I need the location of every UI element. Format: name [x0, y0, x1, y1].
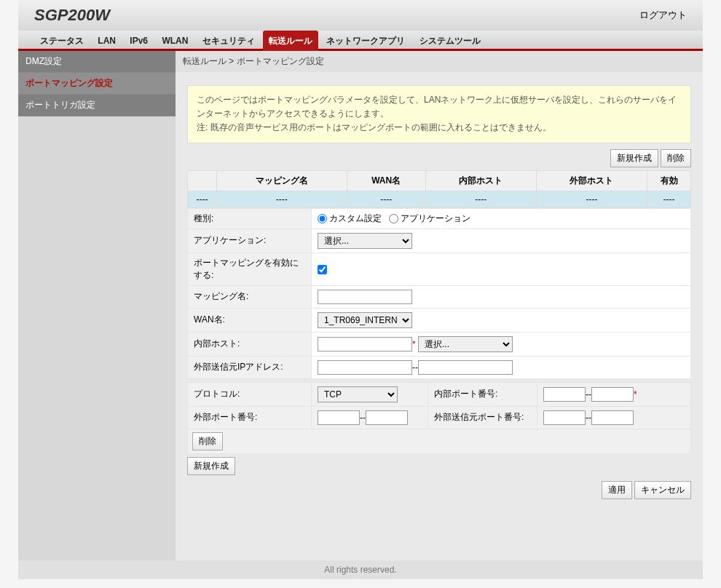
radio-app-label[interactable]: アプリケーション: [389, 213, 470, 223]
label-application: アプリケーション:: [188, 229, 312, 253]
col-external-host: 外部ホスト: [536, 170, 647, 191]
label-wan: WAN名:: [188, 308, 312, 332]
radio-custom[interactable]: [318, 214, 327, 223]
label-external-port: 外部ポート番号:: [188, 406, 312, 429]
logout-link[interactable]: ログアウト: [639, 9, 687, 22]
cancel-button[interactable]: キャンセル: [634, 481, 691, 499]
external-ip-from[interactable]: [318, 360, 412, 375]
delete-button[interactable]: 削除: [661, 149, 691, 167]
internal-host-input[interactable]: [318, 337, 412, 351]
wan-select[interactable]: 1_TR069_INTERNE: [318, 312, 412, 328]
nav-forward-rules[interactable]: 転送ルール: [263, 31, 318, 52]
apply-button[interactable]: 適用: [602, 481, 632, 499]
nav-lan[interactable]: LAN: [92, 31, 122, 50]
col-mapping-name: マッピング名: [217, 170, 347, 191]
nav-ipv6[interactable]: IPv6: [124, 31, 154, 50]
label-mapping-name: マッピング名:: [188, 285, 312, 308]
required-mark: *: [634, 389, 637, 400]
application-select[interactable]: 選択...: [318, 233, 412, 249]
internal-port-to[interactable]: [591, 387, 634, 402]
sidebar-item-porttrigger[interactable]: ポートトリガ設定: [18, 95, 176, 116]
sidebar: DMZ設定 ポートマッピング設定 ポートトリガ設定: [18, 51, 176, 560]
nav-status[interactable]: ステータス: [34, 31, 90, 52]
col-enable: 有効: [647, 170, 691, 191]
internal-host-select[interactable]: 選択...: [418, 336, 513, 352]
external-src-port-from[interactable]: [543, 410, 586, 425]
external-port-to[interactable]: [366, 410, 408, 425]
table-row[interactable]: ---- ---- ---- ---- ---- ----: [188, 191, 691, 207]
info-text-1: このページではポートマッピングパラメータを設定して、LANネットワーク上に仮想サ…: [197, 93, 682, 121]
device-logo: SGP200W: [18, 0, 703, 25]
sidebar-item-dmz[interactable]: DMZ設定: [18, 51, 176, 73]
info-box: このページではポートマッピングパラメータを設定して、LANネットワーク上に仮想サ…: [187, 85, 691, 143]
breadcrumb: 転送ルール > ポートマッピング設定: [176, 51, 703, 72]
edit-form: 種別: カスタム設定 アプリケーション アプリケーション: 選択... ポートマ…: [187, 208, 691, 379]
col-wan-name: WAN名: [347, 170, 425, 191]
radio-application[interactable]: [389, 214, 398, 223]
delete-row-button[interactable]: 削除: [192, 432, 223, 450]
nav-network-app[interactable]: ネットワークアプリ: [320, 31, 411, 52]
footer-text: All rights reserved.: [18, 560, 703, 579]
mapping-name-input[interactable]: [318, 290, 412, 304]
enable-checkbox[interactable]: [318, 265, 327, 274]
radio-custom-label[interactable]: カスタム設定: [318, 213, 382, 223]
label-external-src-port: 外部送信元ポート番号:: [428, 406, 537, 429]
nav-security[interactable]: セキュリティ: [197, 31, 261, 52]
new-button[interactable]: 新規作成: [610, 149, 658, 167]
required-mark: *: [412, 339, 416, 349]
col-internal-host: 内部ホスト: [425, 170, 536, 191]
external-src-port-to[interactable]: [591, 410, 634, 425]
label-internal-port: 内部ポート番号:: [428, 382, 537, 406]
internal-port-from[interactable]: [543, 387, 586, 402]
nav-wlan[interactable]: WLAN: [156, 31, 194, 50]
label-external-ip: 外部送信元IPアドレス:: [188, 356, 312, 378]
sidebar-item-portmapping[interactable]: ポートマッピング設定: [18, 73, 176, 95]
nav-system-tools[interactable]: システムツール: [414, 31, 486, 52]
add-row-button[interactable]: 新規作成: [187, 457, 235, 475]
protocol-select[interactable]: TCP: [318, 386, 398, 402]
label-type: 種別:: [188, 208, 312, 229]
external-ip-to[interactable]: [418, 360, 513, 375]
label-protocol: プロトコル:: [188, 382, 312, 406]
col-check: [188, 170, 217, 191]
label-internal-host: 内部ホスト:: [188, 332, 312, 356]
label-enable: ポートマッピングを有効にする:: [188, 253, 312, 285]
info-text-2: 注: 既存の音声サービス用のポートはマッピングポートの範囲に入れることはできませ…: [197, 121, 682, 135]
mapping-table: マッピング名 WAN名 内部ホスト 外部ホスト 有効 ---- ---- ---…: [187, 170, 691, 208]
external-port-from[interactable]: [318, 410, 360, 425]
port-sub-table: プロトコル: TCP 内部ポート番号: --* 外部ポート番号: -- 外部送信…: [187, 382, 691, 429]
main-nav: ステータス LAN IPv6 WLAN セキュリティ 転送ルール ネットワークア…: [18, 31, 703, 51]
